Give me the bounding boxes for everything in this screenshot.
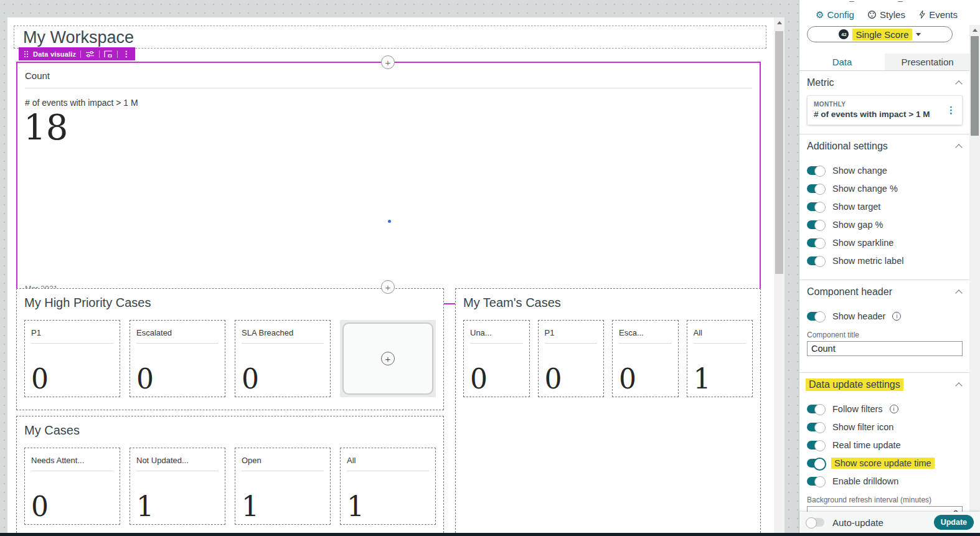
canvas-scrollbar[interactable] [774, 17, 784, 533]
metric-card[interactable]: MONTHLY # of events with impact > 1 M ⋮ [807, 95, 963, 125]
toggle-switch[interactable] [807, 256, 824, 265]
toggle-switch[interactable] [807, 220, 824, 229]
metric-label: # of events with impact > 1 M [25, 98, 138, 108]
drag-handle-icon[interactable] [24, 50, 29, 58]
collapse-chevron-icon[interactable] [955, 80, 962, 87]
toggle-switch[interactable] [807, 441, 824, 449]
info-icon[interactable]: i [890, 405, 898, 413]
score-card[interactable]: Open1 [235, 448, 331, 525]
score-card[interactable]: Not Updated...1 [130, 448, 225, 525]
toggle-label: Show gap % [832, 220, 883, 230]
visualization-type-label: Single Score [852, 29, 912, 40]
toggle-label: Follow filters [832, 404, 883, 414]
section-title: My High Priority Cases [24, 296, 436, 310]
visualization-type-dropdown[interactable]: 42 Single Score [807, 26, 953, 42]
component-header-section-header[interactable]: Component header [799, 280, 970, 303]
toggle-row: Real time update [799, 436, 970, 454]
score-card[interactable]: SLA Breached0 [235, 320, 331, 397]
toggle-switch[interactable] [807, 423, 824, 431]
toggle-switch[interactable] [807, 312, 824, 321]
configure-sliders-icon[interactable] [85, 50, 95, 58]
toggle-switch[interactable] [807, 166, 824, 175]
tab-config[interactable]: ⚙ Config [816, 9, 854, 20]
toggle-row: Follow filtersi [799, 400, 970, 418]
divider [242, 343, 324, 344]
toggle-label: Show sparkline [832, 238, 893, 248]
refresh-interval-label: Background refresh interval (minutes) [807, 496, 963, 504]
empty-card-slot[interactable]: + [340, 320, 436, 397]
collapse-chevron-icon[interactable] [955, 144, 962, 151]
cards-row: Una...0P10Esca...0All1 [463, 320, 753, 397]
insert-component-above-button[interactable]: + [381, 55, 395, 69]
card-value: 1 [136, 493, 154, 520]
divider [347, 471, 429, 471]
additional-settings-header[interactable]: Additional settings [799, 134, 970, 158]
toggle-row: Show change [799, 161, 970, 179]
config-panel: data_visualization_12 ⚙ Config Styles Ev… [799, 0, 980, 536]
info-icon[interactable]: i [892, 312, 901, 321]
tab-events[interactable]: Events [918, 9, 958, 20]
auto-update-toggle[interactable] [807, 518, 824, 527]
toggle-switch[interactable] [807, 184, 824, 193]
component-selection-toolbar[interactable]: Data visualiz ⋮ [19, 47, 135, 60]
score-card[interactable]: P10 [538, 320, 605, 397]
component-more-options-icon[interactable]: ⋮ [122, 50, 130, 58]
workspace-canvas[interactable]: My Workspace Data visualiz ⋮ Count # of … [7, 17, 774, 533]
score-card[interactable]: Una...0 [463, 320, 530, 397]
auto-update-label: Auto-update [832, 517, 883, 528]
panel-tab-bar: ⚙ Config Styles Events [799, 4, 970, 25]
divider [242, 471, 324, 471]
card-value: 1 [694, 365, 711, 393]
divider [619, 343, 672, 344]
component-title-input[interactable] [807, 341, 963, 356]
scroll-up-arrow-icon[interactable] [973, 29, 978, 32]
toggle-switch[interactable] [807, 202, 824, 211]
section-title: My Team's Cases [463, 296, 753, 310]
toggle-label: Show change [832, 166, 887, 176]
section-my-teams-cases[interactable]: My Team's Cases Una...0P10Esca...0All1 [455, 288, 761, 533]
toggle-row: Show score update time [799, 454, 970, 472]
scroll-up-arrow-icon[interactable] [777, 21, 782, 24]
card-label: Esca... [619, 328, 672, 337]
metric-section-header[interactable]: Metric [799, 71, 970, 94]
score-card[interactable]: Esca...0 [612, 320, 679, 397]
toggle-row: Show sparkline [799, 233, 970, 252]
panel-scrollbar[interactable] [969, 25, 980, 533]
score-card[interactable]: All1 [687, 320, 753, 397]
toggle-label: Show header [832, 311, 885, 321]
card-value: 0 [619, 365, 636, 393]
toggle-switch[interactable] [807, 405, 824, 413]
data-update-toggles: Follow filtersiShow filter iconReal time… [799, 400, 970, 490]
component-title-field-label: Component title [807, 331, 963, 339]
data-update-settings-header[interactable]: Data update settings [799, 372, 970, 396]
insert-component-below-button[interactable]: + [381, 280, 395, 294]
score-card[interactable]: Escalated0 [130, 320, 225, 397]
section-my-high-priority-cases[interactable]: My High Priority Cases P10Escalated0SLA … [16, 288, 444, 410]
update-button[interactable]: Update [934, 515, 974, 530]
toggle-row: Show gap % [799, 215, 970, 233]
toggle-label: Show metric label [832, 256, 903, 266]
component-slot-icon[interactable] [104, 50, 113, 58]
toggle-switch[interactable] [807, 238, 824, 247]
card-label: P1 [545, 328, 598, 337]
section-my-cases[interactable]: My Cases Needs Attent...0Not Updated...1… [16, 416, 444, 533]
score-card[interactable]: All1 [340, 448, 436, 525]
metric-more-options-icon[interactable]: ⋮ [946, 106, 956, 115]
tab-data[interactable]: Data [799, 54, 885, 70]
scrollbar-thumb[interactable] [775, 31, 783, 274]
divider [136, 343, 219, 344]
toggle-switch[interactable] [807, 477, 824, 486]
score-card[interactable]: Needs Attent...0 [24, 448, 120, 525]
score-card[interactable]: P10 [24, 320, 120, 397]
collapse-chevron-icon[interactable] [955, 289, 962, 296]
toggle-switch[interactable] [807, 459, 824, 468]
tab-styles[interactable]: Styles [867, 9, 905, 20]
tab-presentation[interactable]: Presentation [885, 54, 970, 70]
card-value: 1 [347, 493, 364, 520]
workspace-title-container[interactable]: My Workspace [14, 26, 766, 49]
add-card-dropzone[interactable]: + [342, 322, 433, 395]
collapse-chevron-icon[interactable] [955, 382, 962, 389]
single-score-component[interactable]: Count # of events with impact > 1 M 18 M… [16, 62, 761, 304]
toggle-row: Enable drilldown [799, 472, 970, 490]
scrollbar-thumb[interactable] [971, 36, 979, 136]
